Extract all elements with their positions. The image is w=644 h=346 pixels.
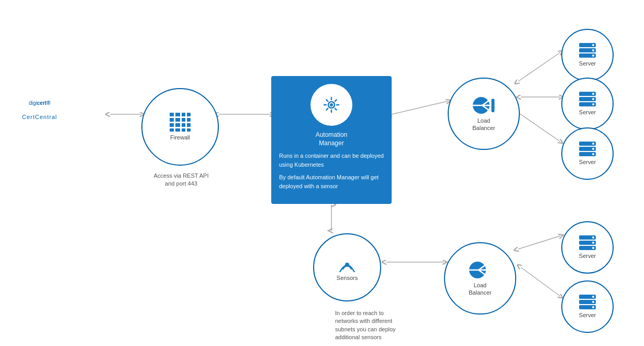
svg-point-66	[592, 301, 594, 303]
svg-line-8	[518, 236, 560, 249]
svg-rect-16	[185, 113, 187, 132]
server-bottom2-node: Server	[561, 280, 614, 333]
svg-point-67	[592, 306, 594, 308]
svg-point-18	[330, 103, 333, 106]
server-top3-label: Server	[579, 158, 596, 166]
svg-point-59	[592, 236, 594, 239]
diagram-container: digicert® CertCentral Firewall Access vi…	[0, 0, 644, 346]
server-bottom2-label: Server	[579, 311, 596, 319]
server-top2-label: Server	[579, 109, 596, 116]
sensors-caption: In order to reach to networks with diffe…	[335, 309, 429, 342]
svg-point-35	[592, 55, 594, 57]
svg-point-61	[592, 247, 594, 249]
sensors-label: Sensors	[337, 274, 358, 282]
lb-top-label: LoadBalancer	[472, 117, 495, 132]
svg-line-3	[518, 52, 560, 81]
lb-bottom-label: LoadBalancer	[469, 282, 491, 297]
svg-point-39	[592, 93, 594, 95]
svg-rect-27	[492, 99, 494, 103]
firewall-label: Firewall	[170, 134, 190, 141]
svg-point-65	[592, 296, 594, 298]
svg-point-47	[592, 153, 594, 155]
server-bottom1-node: Server	[561, 221, 614, 274]
lb-bottom-icon	[468, 261, 492, 279]
svg-point-60	[592, 242, 594, 244]
svg-point-34	[592, 49, 594, 51]
svg-rect-15	[180, 113, 182, 132]
automation-manager-box: Automation Manager Runs in a container a…	[271, 76, 392, 204]
svg-point-41	[592, 103, 594, 105]
automation-inner-circle	[310, 84, 352, 126]
load-balancer-top-node: LoadBalancer	[448, 78, 520, 150]
logo-brand: digicert®	[22, 97, 57, 114]
svg-point-40	[592, 98, 594, 100]
svg-line-5	[518, 113, 560, 142]
digicert-logo: digicert® CertCentral	[22, 97, 57, 120]
server-top1-label: Server	[579, 60, 596, 67]
automation-manager-title: Automation Manager	[316, 131, 348, 147]
server-top3-icon	[579, 142, 596, 156]
server-top2-icon	[579, 92, 596, 106]
server-top1-node: Server	[561, 29, 614, 81]
server-bottom1-label: Server	[579, 252, 596, 260]
svg-point-33	[592, 44, 594, 46]
automation-icon	[321, 95, 341, 115]
svg-rect-29	[492, 109, 494, 112]
server-top1-icon	[579, 43, 596, 58]
svg-line-9	[521, 267, 560, 296]
load-balancer-bottom-node: LoadBalancer	[444, 242, 516, 315]
sensors-icon	[337, 253, 358, 272]
svg-point-45	[592, 143, 594, 145]
svg-point-46	[592, 148, 594, 150]
svg-line-2	[392, 101, 448, 114]
firewall-icon	[170, 113, 191, 132]
server-top2-node: Server	[561, 78, 614, 130]
svg-rect-28	[492, 104, 494, 107]
svg-rect-14	[174, 113, 175, 132]
server-bottom1-icon	[579, 235, 596, 250]
firewall-sublabel: Access via REST APIand port 443	[142, 172, 220, 188]
server-bottom2-icon	[579, 295, 596, 309]
automation-manager-desc: Runs in a container and can be deployed …	[279, 152, 384, 194]
sensors-node: Sensors	[313, 233, 381, 301]
lb-top-icon	[472, 96, 496, 115]
server-top3-node: Server	[561, 127, 614, 180]
logo-subtitle: CertCentral	[22, 114, 57, 120]
firewall-node: Firewall	[141, 88, 219, 166]
